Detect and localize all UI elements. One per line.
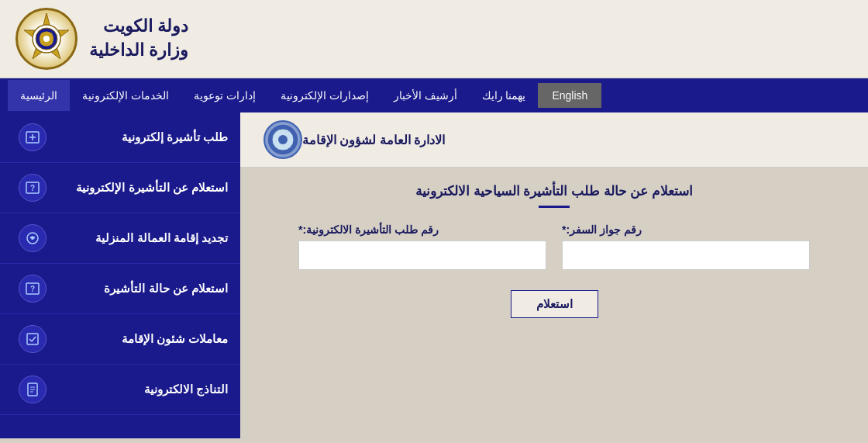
sub-header-title: الادارة العامة لشؤون الإقامة: [302, 133, 445, 147]
sub-badge-svg: [266, 123, 300, 157]
form-fields-row: رقم جواز السفر:* رقم طلب التأشيرة الالكت…: [248, 223, 860, 270]
sidebar: طلب تأشيرة إلكترونية استعلام عن التأشيرة…: [0, 112, 240, 438]
sidebar-item-renew-domestic[interactable]: تجديد إقامة العمالة المنزلية: [0, 213, 240, 264]
nav-item-awareness[interactable]: إدارات توعوية: [181, 80, 268, 111]
content-area: الادارة العامة لشؤون الإقامة استعلام عن …: [0, 112, 868, 438]
form-section: استعلام عن حالة طلب التأشيرة السياحية ال…: [240, 168, 868, 334]
svg-text:?: ?: [30, 184, 35, 192]
sidebar-item-e-services-list[interactable]: التناذج الالكترونية: [0, 365, 240, 415]
sub-header: الادارة العامة لشؤون الإقامة: [240, 112, 868, 168]
passport-input[interactable]: [562, 241, 810, 270]
main-panel: الادارة العامة لشؤون الإقامة استعلام عن …: [240, 112, 868, 438]
sidebar-item-inquire-evisa[interactable]: استعلام عن التأشيرة الإلكترونية ?: [0, 163, 240, 213]
nav-item-home[interactable]: الرئيسية: [8, 80, 70, 111]
sidebar-item-apply-visa[interactable]: طلب تأشيرة إلكترونية: [0, 112, 240, 163]
visa-input[interactable]: [298, 241, 546, 270]
sidebar-item-residence-affairs[interactable]: معاملات شئون الإقامة: [0, 314, 240, 365]
nav-english-button[interactable]: English: [538, 83, 601, 108]
badge-svg: [18, 10, 75, 67]
nav-item-e-services[interactable]: الخدمات الإلكترونية: [70, 80, 181, 111]
form-title-underline: [539, 206, 570, 208]
sidebar-icon-renew-domestic: [19, 224, 46, 252]
sub-header-badge: [264, 120, 302, 159]
svg-rect-16: [27, 334, 38, 344]
svg-point-13: [31, 237, 34, 240]
header: دولة الكويت وزارة الداخلية: [0, 0, 868, 78]
sidebar-icon-inquire-evisa: ?: [19, 174, 46, 202]
visa-field-group: رقم طلب التأشيرة الالكترونية:*: [298, 223, 546, 270]
sidebar-item-inquire-visa[interactable]: استعلام عن حالة التأشيرة ?: [0, 264, 240, 314]
svg-text:?: ?: [30, 285, 35, 293]
svg-point-6: [278, 135, 288, 144]
navbar: English يهمنا رايك أرشيف الأخبار إصدارات…: [0, 78, 868, 112]
header-title-line2: وزارة الداخلية: [89, 39, 188, 63]
sidebar-icon-inquire-visa: ?: [19, 275, 46, 303]
sidebar-icon-e-services-list: [19, 376, 46, 403]
nav-item-opinion[interactable]: يهمنا رايك: [470, 80, 539, 111]
form-title: استعلام عن حالة طلب التأشيرة السياحية ال…: [248, 183, 860, 199]
ministry-logo: [16, 8, 78, 70]
header-title-line1: دولة الكويت: [89, 15, 188, 39]
nav-item-news[interactable]: أرشيف الأخبار: [381, 80, 470, 111]
passport-field-group: رقم جواز السفر:*: [562, 223, 810, 270]
nav-item-e-admin[interactable]: إصدارات الإلكترونية: [268, 80, 381, 111]
header-text: دولة الكويت وزارة الداخلية: [89, 15, 188, 63]
submit-row: استعلام: [248, 282, 860, 318]
submit-button[interactable]: استعلام: [511, 290, 598, 318]
passport-label: رقم جواز السفر:*: [562, 223, 642, 236]
visa-label: رقم طلب التأشيرة الالكترونية:*: [298, 223, 439, 236]
svg-point-3: [43, 36, 50, 42]
sidebar-icon-apply-visa: [19, 123, 46, 151]
sidebar-icon-residence-affairs: [19, 325, 46, 353]
